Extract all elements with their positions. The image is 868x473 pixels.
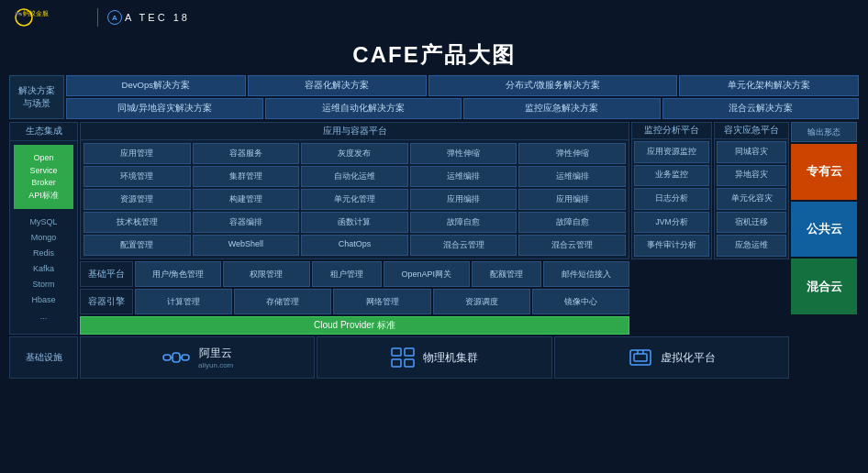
page-title: CAFE产品大图 (0, 35, 868, 75)
sol-ops[interactable]: 运维自动化解决方案 (265, 98, 462, 119)
sol-microservice[interactable]: 分布式/微服务解决方案 (428, 75, 677, 96)
sol-disaster[interactable]: 同城/异地容灾解决方案 (66, 98, 263, 119)
solutions-items: DevOps解决方案 容器化解决方案 分布式/微服务解决方案 单元化架构解决方案… (66, 75, 859, 119)
app-cell[interactable]: 单元化管理 (301, 189, 408, 210)
sol-devops[interactable]: DevOps解决方案 (66, 75, 246, 96)
app-cell[interactable]: 混合云管理 (410, 235, 517, 256)
aliyun-icon (161, 347, 191, 368)
sol-monitor[interactable]: 监控应急解决方案 (463, 98, 661, 119)
container-item[interactable]: 存储管理 (234, 289, 331, 314)
app-cell[interactable]: 配置管理 (83, 235, 191, 256)
app-platform-title: 应用与容器平台 (81, 123, 629, 140)
public-cloud-btn[interactable]: 公共云 (791, 202, 857, 258)
svg-text:🐜蚂蚁金服: 🐜蚂蚁金服 (15, 9, 49, 17)
disaster-cell[interactable]: 异地容灾 (717, 165, 786, 187)
atec-logo: A A TEC 18 (107, 10, 190, 25)
app-cell[interactable]: 技术栈管理 (83, 212, 191, 233)
container-item[interactable]: 计算管理 (135, 289, 232, 314)
app-cell[interactable]: ChatOps (301, 235, 408, 256)
container-engine-row: 容器引擎 计算管理 存储管理 网络管理 资源调度 镜像中心 (80, 289, 629, 314)
base-item[interactable]: 权限管理 (223, 261, 309, 287)
svg-rect-8 (405, 348, 414, 356)
app-cell[interactable]: 弹性伸缩 (518, 143, 626, 164)
sol-unit[interactable]: 单元化架构解决方案 (679, 75, 859, 96)
svg-rect-2 (163, 355, 171, 360)
infra-aliyun[interactable]: 阿里云 aliyun.com (80, 336, 315, 379)
monitor-platform-title: 监控分析平台 (632, 123, 711, 139)
solutions-row: 解决方案与场景 DevOps解决方案 容器化解决方案 分布式/微服务解决方案 单… (9, 75, 859, 119)
app-cell[interactable]: 集群管理 (193, 166, 300, 187)
physical-cluster-icon (390, 346, 416, 368)
atec-label: A TEC 18 (125, 12, 190, 23)
app-cell[interactable]: 应用管理 (83, 143, 191, 164)
ecosystem-panel: 生态集成 OpenServiceBrokerAPI标准 MySQLMongoRe… (9, 122, 78, 335)
cloud-provider-bar: Cloud Provider 标准 (80, 316, 629, 335)
app-cell[interactable]: 应用编排 (518, 189, 626, 210)
base-item[interactable]: 邮件短信接入 (543, 261, 629, 287)
app-cell[interactable]: 构建管理 (193, 189, 300, 210)
base-item[interactable]: 用户/角色管理 (135, 261, 221, 287)
disaster-cell[interactable]: 同城容灾 (717, 141, 786, 163)
main-grid: 生态集成 OpenServiceBrokerAPI标准 MySQLMongoRe… (9, 122, 859, 335)
svg-rect-9 (392, 359, 401, 367)
ant-financial-icon: 🐜蚂蚁金服 (15, 6, 88, 28)
app-cell[interactable]: 混合云管理 (518, 235, 626, 256)
sol-container[interactable]: 容器化解决方案 (248, 75, 428, 96)
disaster-platform: 容灾应急平台 同城容灾 异地容灾 单元化容灾 宿机迁移 应急运维 (714, 122, 789, 259)
monitor-disaster-stack: 监控分析平台 应用资源监控 业务监控 日志分析 JVM分析 事件审计分析 容灾应… (631, 122, 789, 335)
disaster-cell[interactable]: 宿机迁移 (717, 212, 786, 234)
infra-physical[interactable]: 物理机集群 (317, 336, 551, 379)
monitor-cell[interactable]: 业务监控 (634, 165, 709, 187)
private-cloud-btn[interactable]: 专有云 (791, 144, 857, 200)
virtual-platform-icon (628, 346, 653, 368)
app-cell[interactable]: WebShell (193, 235, 300, 256)
infra-section: 基础设施 阿里云 aliyun.com 物理机集群 (9, 336, 859, 379)
base-platform-label: 基础平台 (80, 261, 133, 287)
app-platform: 应用与容器平台 应用管理 容器服务 灰度发布 弹性伸缩 弹性伸缩 环境管理 集群… (80, 122, 629, 259)
content-area: 解决方案与场景 DevOps解决方案 容器化解决方案 分布式/微服务解决方案 单… (0, 75, 868, 382)
svg-rect-4 (182, 355, 189, 360)
base-item[interactable]: 租户管理 (312, 261, 382, 287)
disaster-cell[interactable]: 应急运维 (717, 235, 786, 257)
app-cell[interactable]: 环境管理 (83, 166, 191, 187)
ecosystem-label: 生态集成 (10, 123, 77, 141)
app-cell[interactable]: 运维编排 (518, 166, 626, 187)
open-service-badge: OpenServiceBrokerAPI标准 (14, 145, 73, 209)
app-cell[interactable]: 应用编排 (410, 189, 517, 210)
ant-logo: 🐜蚂蚁金服 A A TEC 18 (15, 6, 190, 28)
center-section: 应用与容器平台 应用管理 容器服务 灰度发布 弹性伸缩 弹性伸缩 环境管理 集群… (80, 122, 629, 335)
right-area: 监控分析平台 应用资源监控 业务监控 日志分析 JVM分析 事件审计分析 容灾应… (631, 122, 859, 335)
app-cell[interactable]: 故障自愈 (410, 212, 517, 233)
app-cell[interactable]: 容器服务 (193, 143, 300, 164)
monitor-cell[interactable]: 日志分析 (634, 188, 709, 210)
svg-rect-12 (634, 354, 647, 361)
container-item[interactable]: 资源调度 (433, 289, 530, 314)
infra-virtual[interactable]: 虚拟化平台 (554, 336, 789, 379)
hybrid-cloud-btn[interactable]: 混合云 (791, 258, 857, 314)
app-cell[interactable]: 灰度发布 (301, 143, 408, 164)
monitor-cell[interactable]: JVM分析 (634, 212, 709, 234)
app-cell[interactable]: 故障自愈 (518, 212, 626, 233)
output-panel: 输出形态 专有云 公共云 混合云 (791, 122, 857, 335)
output-label: 输出形态 (791, 122, 857, 142)
container-item[interactable]: 镜像中心 (532, 289, 629, 314)
svg-rect-7 (392, 348, 401, 356)
app-cell[interactable]: 弹性伸缩 (410, 143, 517, 164)
eco-items-list: MySQLMongoRedisKafkaStormHbase... (10, 213, 77, 326)
disaster-cell[interactable]: 单元化容灾 (717, 188, 786, 210)
sol-hybrid[interactable]: 混合云解决方案 (662, 98, 860, 119)
app-cell[interactable]: 自动化运维 (301, 166, 408, 187)
base-platform-row: 基础平台 用户/角色管理 权限管理 租户管理 OpenAPI网关 配额管理 邮件… (80, 261, 629, 287)
base-item[interactable]: OpenAPI网关 (384, 261, 470, 287)
disaster-platform-title: 容灾应急平台 (715, 123, 788, 139)
monitor-cell[interactable]: 事件审计分析 (634, 235, 709, 257)
solutions-label: 解决方案与场景 (9, 75, 64, 119)
base-item[interactable]: 配额管理 (472, 261, 541, 287)
app-cell[interactable]: 运维编排 (410, 166, 517, 187)
app-cell[interactable]: 资源管理 (83, 189, 191, 210)
app-cell[interactable]: 容器编排 (193, 212, 300, 233)
container-item[interactable]: 网络管理 (333, 289, 430, 314)
app-cell[interactable]: 函数计算 (301, 212, 408, 233)
svg-rect-10 (405, 359, 414, 367)
monitor-cell[interactable]: 应用资源监控 (634, 141, 709, 163)
